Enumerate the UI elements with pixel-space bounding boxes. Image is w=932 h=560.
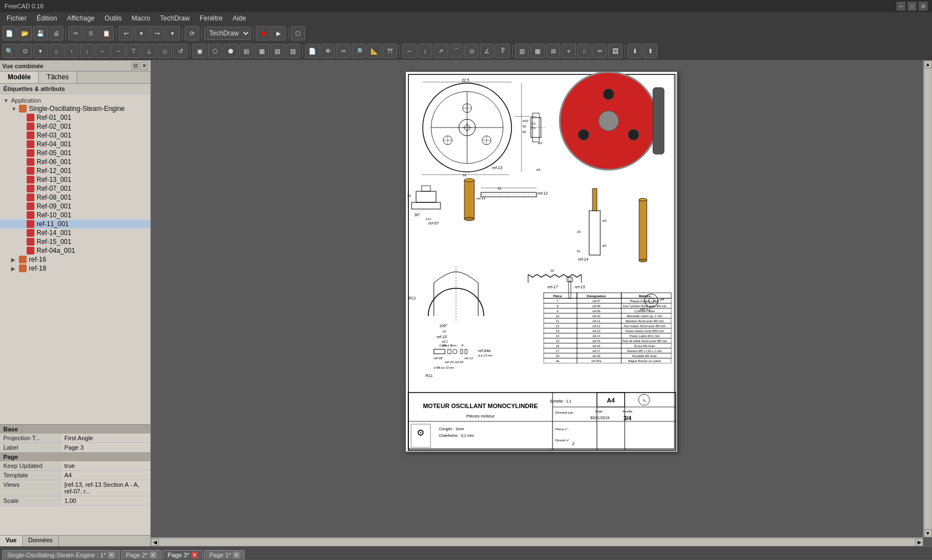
menu-edition[interactable]: Édition bbox=[32, 13, 62, 23]
menu-fenetre[interactable]: Fenêtre bbox=[195, 13, 227, 23]
workbench-selector[interactable]: TechDraw bbox=[204, 27, 251, 40]
tree-item-ref08[interactable]: Ref-08_001 bbox=[0, 193, 150, 202]
panel-float-button[interactable]: ⊟ bbox=[131, 62, 139, 70]
view-wire[interactable]: ⬡ bbox=[208, 44, 222, 58]
scroll-left-button[interactable]: ◀ bbox=[151, 538, 159, 546]
tree-item-ref04[interactable]: Ref-04_001 bbox=[0, 140, 150, 149]
cut-button[interactable]: ✂ bbox=[68, 26, 83, 40]
tree-item-ref07[interactable]: Ref-07_001 bbox=[0, 184, 150, 193]
tree-item-ref16[interactable]: ▶ ref-16 bbox=[0, 255, 150, 264]
td-dim-d[interactable]: ⊙ bbox=[464, 44, 479, 58]
td-bal[interactable]: ○ bbox=[577, 44, 591, 58]
view-menu[interactable]: ⊙ bbox=[18, 44, 32, 58]
td-hatch[interactable]: ▥ bbox=[515, 44, 529, 58]
undo-dropdown[interactable]: ▾ bbox=[134, 26, 149, 40]
view-box[interactable]: ▣ bbox=[193, 44, 207, 58]
export-button[interactable]: ⬡ bbox=[291, 26, 305, 40]
tree-item-ref01[interactable]: Ref-01_001 bbox=[0, 113, 150, 122]
bottom-tab-donnees[interactable]: Données bbox=[23, 536, 59, 546]
view-right[interactable]: → bbox=[111, 44, 125, 58]
tree-item-ref18[interactable]: ▶ ref-18 bbox=[0, 264, 150, 273]
td-dim-a[interactable]: ∠ bbox=[480, 44, 494, 58]
view-norm[interactable]: ▨ bbox=[286, 44, 300, 58]
td-weld[interactable]: ⌖ bbox=[561, 44, 576, 58]
tab-model[interactable]: Modèle bbox=[0, 72, 39, 83]
new-button[interactable]: 📄 bbox=[2, 26, 17, 40]
td-draft[interactable]: 📐 bbox=[367, 44, 382, 58]
td-hatch2[interactable]: ▦ bbox=[530, 44, 545, 58]
td-dim-3[interactable]: ∛ bbox=[495, 44, 510, 58]
tree-item-ref10[interactable]: Ref-10_001 bbox=[0, 211, 150, 220]
close-button[interactable]: ✕ bbox=[919, 2, 928, 11]
maximize-button[interactable]: □ bbox=[908, 2, 916, 11]
tree-item-ref02[interactable]: Ref-02_001 bbox=[0, 122, 150, 131]
play-button[interactable]: ▶ bbox=[271, 26, 286, 40]
copy-button[interactable]: ⎘ bbox=[84, 26, 98, 40]
horizontal-scrollbar[interactable]: ◀ ▶ bbox=[151, 537, 923, 546]
tree-item-ref05[interactable]: Ref-05_001 bbox=[0, 149, 150, 157]
view-top[interactable]: ⊤ bbox=[126, 44, 141, 58]
td-sym[interactable]: ⊞ bbox=[546, 44, 560, 58]
page-tab-1-close[interactable]: ✕ bbox=[108, 552, 115, 558]
tree-root-item[interactable]: ▼ Single-Oscillating-Steam-Engine bbox=[0, 104, 150, 113]
tree-item-ref11[interactable]: ref-11_001 bbox=[0, 220, 150, 228]
page-tab-1[interactable]: Single-Oscillating-Steam-Engine : 1* ✕ bbox=[2, 550, 120, 559]
view-flat[interactable]: ▤ bbox=[239, 44, 254, 58]
panel-close-button[interactable]: ✕ bbox=[140, 62, 148, 70]
tree-item-ref13[interactable]: Ref-13_001 bbox=[0, 175, 150, 184]
menu-fichier[interactable]: Fichier bbox=[2, 13, 31, 23]
page-tab-2[interactable]: Page 2* ✕ bbox=[121, 550, 161, 559]
redo-button[interactable]: ↪ bbox=[150, 26, 164, 40]
td-img[interactable]: 🖼 bbox=[608, 44, 622, 58]
bottom-tab-vue[interactable]: Vue bbox=[0, 536, 23, 546]
tree-item-ref12[interactable]: Ref-12_001 bbox=[0, 166, 150, 175]
paste-button[interactable]: 📋 bbox=[99, 26, 114, 40]
td-dim-r[interactable]: ⌒ bbox=[449, 44, 463, 58]
tree-item-ref06[interactable]: Ref-06_001 bbox=[0, 157, 150, 166]
save-button[interactable]: 💾 bbox=[33, 26, 48, 40]
tab-tasks[interactable]: Tâches bbox=[39, 72, 77, 83]
page-tab-2-close[interactable]: ✕ bbox=[150, 552, 156, 558]
scroll-down-button[interactable]: ▼ bbox=[924, 530, 932, 537]
view-front[interactable]: ↑ bbox=[64, 44, 79, 58]
record-button[interactable]: ⏺ bbox=[256, 26, 270, 40]
canvas-area[interactable]: 22.5 7.5 7.5 ref-13 ø10 50 80 bbox=[151, 60, 932, 546]
view-iso[interactable]: ◇ bbox=[158, 44, 172, 58]
td-arch[interactable]: ⛩ bbox=[383, 44, 397, 58]
td-export2[interactable]: ⬆ bbox=[643, 44, 657, 58]
redo-dropdown[interactable]: ▾ bbox=[165, 26, 180, 40]
td-view[interactable]: 👁 bbox=[321, 44, 335, 58]
view-back[interactable]: ↓ bbox=[80, 44, 94, 58]
view-dropdown[interactable]: ▾ bbox=[33, 44, 48, 58]
td-detail[interactable]: 🔎 bbox=[352, 44, 366, 58]
tree-item-ref03[interactable]: Ref-03_001 bbox=[0, 131, 150, 140]
scroll-track-h[interactable] bbox=[159, 539, 915, 546]
td-section[interactable]: ✂ bbox=[336, 44, 351, 58]
menu-aide[interactable]: Aide bbox=[228, 13, 250, 23]
view-reset[interactable]: ↺ bbox=[173, 44, 188, 58]
vertical-scrollbar[interactable]: ▲ ▼ bbox=[923, 60, 932, 537]
menu-macro[interactable]: Macro bbox=[127, 13, 154, 23]
refresh-button[interactable]: ⟳ bbox=[185, 26, 199, 40]
minimize-button[interactable]: ─ bbox=[896, 2, 905, 11]
td-anno[interactable]: ✏ bbox=[592, 44, 607, 58]
view-bottom[interactable]: ⊥ bbox=[142, 44, 156, 58]
td-page[interactable]: 📄 bbox=[305, 44, 320, 58]
menu-affichage[interactable]: Affichage bbox=[63, 13, 99, 23]
tree-item-ref04a[interactable]: Ref-04a_001 bbox=[0, 246, 150, 255]
page-tab-3[interactable]: Page 3* ✕ bbox=[163, 550, 203, 559]
td-dim-l[interactable]: ↗ bbox=[433, 44, 448, 58]
scroll-track-v[interactable] bbox=[925, 69, 931, 529]
page-tab-4[interactable]: Page 1* ✕ bbox=[204, 550, 245, 559]
scroll-right-button[interactable]: ▶ bbox=[915, 538, 923, 546]
view-shade[interactable]: ▦ bbox=[255, 44, 269, 58]
tree-item-ref09[interactable]: Ref-09_001 bbox=[0, 202, 150, 211]
view-left[interactable]: ← bbox=[95, 44, 110, 58]
open-button[interactable]: 📂 bbox=[18, 26, 32, 40]
view-home[interactable]: ⌂ bbox=[49, 44, 63, 58]
menu-outils[interactable]: Outils bbox=[100, 13, 126, 23]
page-tab-3-close[interactable]: ✕ bbox=[191, 552, 198, 558]
print-button[interactable]: 🖨 bbox=[49, 26, 63, 40]
tree-item-ref15[interactable]: Ref-15_001 bbox=[0, 237, 150, 246]
menu-techdraw[interactable]: TechDraw bbox=[156, 13, 194, 23]
